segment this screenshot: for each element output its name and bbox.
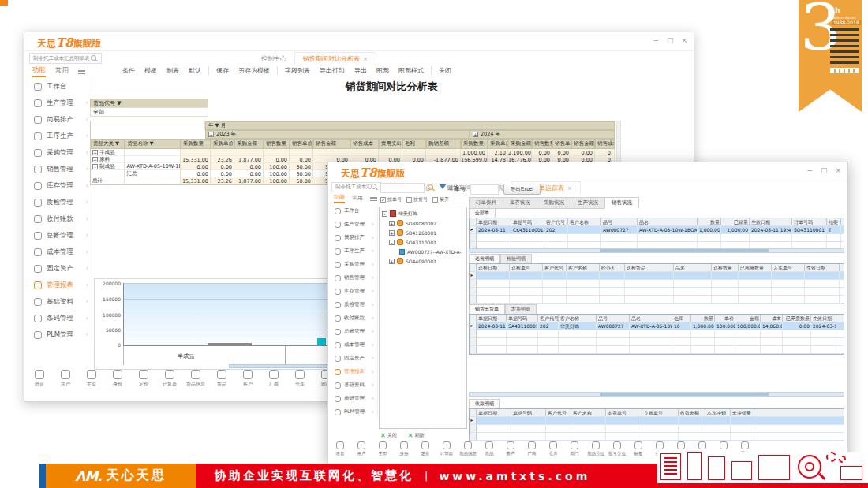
expand-toggle-icon[interactable]: + (92, 150, 98, 155)
menu-icon[interactable] (78, 69, 85, 74)
section-tab[interactable]: 全部单 (469, 208, 496, 218)
status-subtab[interactable]: 订单资料 (469, 197, 503, 209)
toolbar-item[interactable]: 标签 (630, 441, 647, 456)
column-header[interactable]: 客户名称 (559, 315, 597, 322)
toolbar-item[interactable]: 主页 (374, 441, 391, 456)
sidebar-item[interactable]: 采购管理› (24, 144, 92, 161)
sidebar-item[interactable]: 条码管理› (24, 310, 92, 326)
tree-button[interactable]: ✕刷新 (408, 432, 425, 439)
column-header[interactable]: 采购数量 (181, 139, 211, 149)
expand-toggle-icon[interactable]: - (382, 211, 387, 217)
column-header[interactable]: 数量 (698, 218, 721, 225)
column-header[interactable]: 未冲销量 (731, 409, 754, 416)
checkbox-icon[interactable] (380, 197, 386, 203)
tree-root-node[interactable]: -华美灯饰 (382, 209, 466, 218)
column-header[interactable]: 毛利 (402, 139, 426, 149)
column-header[interactable]: 客户代号 (543, 264, 567, 271)
expand-toggle-icon[interactable]: + (389, 259, 395, 264)
column-header[interactable]: 销售数量 (532, 139, 552, 149)
column-header[interactable]: 销售金额 (571, 139, 595, 149)
sidebar-item[interactable]: 采购管理› (328, 258, 377, 271)
sidebar-item[interactable]: 收付账款› (24, 210, 92, 227)
toolbar-item[interactable]: 货品 (481, 441, 498, 456)
toolbar-item[interactable]: 部门 (566, 441, 583, 456)
column-header[interactable]: 客户代号 (546, 409, 571, 416)
sidebar-search-input[interactable]: 制令托工成本汇总明细表 (331, 182, 382, 192)
tree-order-node[interactable]: +SO41260001 (382, 228, 466, 237)
search-icon[interactable] (428, 184, 435, 192)
pivot-year-group[interactable]: +2023 年 (205, 130, 470, 139)
filter-funnel-icon[interactable] (439, 184, 447, 189)
status-subtab[interactable]: 库存状况 (503, 197, 537, 209)
toolbar-item[interactable]: 定价 (133, 370, 154, 388)
sidebar-item[interactable]: 总帐管理› (328, 325, 377, 338)
toolbar-item[interactable]: 语音 (29, 370, 50, 388)
column-header[interactable]: 客户名称 (571, 409, 606, 416)
table-row[interactable] (470, 346, 844, 354)
sidebar-item[interactable]: 销售管理› (328, 271, 377, 285)
sidebar-item[interactable]: 质检管理› (328, 298, 377, 311)
column-header[interactable]: 销售单价 (552, 139, 571, 149)
column-header[interactable]: 仓库 (672, 315, 691, 322)
document-tab[interactable]: 控制中心 (253, 52, 294, 65)
section-tab[interactable]: 检验明细 (500, 254, 532, 263)
column-header[interactable]: 生效日期 (805, 264, 840, 271)
column-header[interactable]: 入库单号 (772, 264, 805, 271)
tree-button[interactable]: ✕关闭 (380, 432, 397, 439)
column-header[interactable]: 销售成本 (350, 139, 379, 149)
toolbar-item[interactable]: 厂商 (523, 441, 541, 456)
filter-checkbox[interactable]: 按货号 (406, 196, 428, 203)
column-header[interactable]: 销售数量 (264, 139, 290, 149)
row-header-name[interactable]: 货品名称 ▼ (125, 139, 181, 149)
column-header[interactable]: 销售金额 (313, 139, 350, 149)
window-control-button[interactable]: □ (667, 35, 674, 45)
toolbar-item[interactable]: 主页 (81, 370, 102, 388)
menu-item[interactable]: 制表 (162, 66, 184, 75)
column-header[interactable]: 客户名称 (568, 218, 601, 225)
sidebar-item[interactable]: 基础资料› (328, 378, 377, 392)
column-header[interactable]: 单据日期 (477, 409, 511, 416)
order-no-input[interactable] (470, 184, 499, 195)
toolbar-item[interactable]: 仓库 (544, 441, 562, 456)
search-icon[interactable] (371, 184, 378, 191)
sidebar-item[interactable]: 简易排产› (24, 111, 92, 128)
export-excel-button[interactable]: 导出Excel (503, 184, 541, 195)
tree-search-input[interactable] (380, 183, 425, 193)
column-header[interactable]: 送检数量 (712, 264, 739, 271)
expand-toggle-icon[interactable]: - (92, 164, 98, 169)
expand-toggle-icon[interactable]: + (389, 230, 395, 236)
column-header[interactable]: 已开票数量 (783, 315, 811, 322)
sidebar-tab-function[interactable]: 功能 (32, 65, 46, 77)
sidebar-item[interactable]: 管理报表› (24, 277, 92, 293)
sidebar-item[interactable]: 生产管理› (24, 95, 92, 111)
pivot-year-group[interactable]: +2024 年 (470, 130, 615, 139)
sidebar-search-input[interactable]: 制令托工成本汇总明细表 (29, 53, 102, 64)
checkbox-icon[interactable] (406, 197, 412, 203)
toolbar-item[interactable]: 批号分位 (608, 441, 626, 456)
column-header[interactable]: 客户名称 (567, 264, 600, 271)
column-header[interactable]: 数量 (691, 315, 715, 322)
column-header[interactable]: 单据号码 (511, 218, 544, 225)
column-header[interactable]: 立账单号 (642, 409, 679, 416)
menu-item[interactable]: 图形样式 (394, 66, 432, 75)
section-tab[interactable]: 销货出货单 (469, 304, 505, 314)
expand-toggle-icon[interactable]: + (208, 132, 214, 137)
toolbar-item[interactable]: 货品信息 (459, 441, 477, 456)
section-tab[interactable]: 收款明细 (469, 399, 500, 408)
sidebar-item[interactable]: 简易排产› (328, 231, 377, 244)
toolbar-item[interactable]: 用户 (55, 370, 76, 388)
expand-toggle-icon[interactable]: + (473, 132, 478, 137)
sidebar-item[interactable]: 成本管理› (328, 338, 377, 352)
toolbar-item[interactable]: 用户 (353, 441, 370, 456)
table-row[interactable] (470, 425, 844, 433)
toolbar-item[interactable]: 客户 (238, 370, 258, 388)
column-header[interactable]: 单价 (715, 315, 735, 322)
sidebar-item[interactable]: 收付账款› (328, 311, 377, 325)
column-header[interactable]: 送检货品 (625, 264, 674, 271)
expand-toggle-icon[interactable]: + (92, 157, 98, 162)
status-subtab[interactable]: 生产状况 (571, 197, 604, 209)
sidebar-item[interactable]: 固定资产› (328, 352, 377, 365)
menu-item[interactable]: 另存为模板 (234, 66, 278, 75)
horizontal-scrollbar[interactable] (469, 248, 844, 253)
pivot-column-area-header[interactable]: 年 ▼ 月 (205, 121, 615, 130)
